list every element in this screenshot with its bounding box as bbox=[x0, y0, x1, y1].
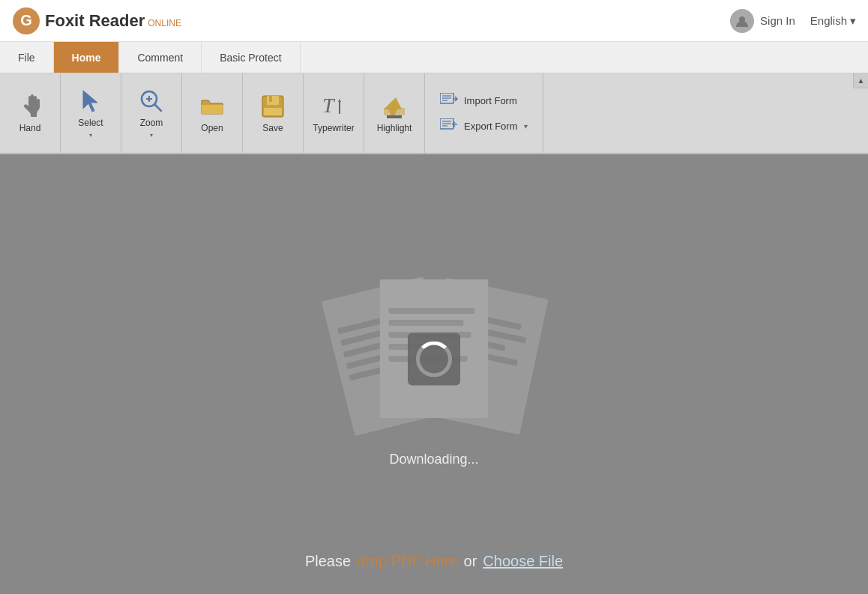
tab-file[interactable]: File bbox=[0, 42, 54, 73]
select-label: Select bbox=[78, 118, 103, 128]
or-text: or bbox=[464, 553, 477, 570]
svg-line-4 bbox=[154, 104, 161, 111]
toolbar: Hand Select ▾ Zoom ▾ bbox=[0, 73, 868, 154]
open-label: Open bbox=[201, 123, 223, 133]
language-label: English bbox=[810, 14, 847, 27]
export-form-dropdown-arrow: ▾ bbox=[524, 122, 528, 130]
logo: G Foxit ReaderONLINE bbox=[12, 7, 181, 35]
please-text: Please bbox=[305, 553, 351, 570]
svg-rect-36 bbox=[389, 320, 464, 326]
toolbar-collapse-button[interactable]: ▲ bbox=[853, 73, 868, 88]
toolbar-group-open: Open bbox=[182, 73, 243, 153]
header: G Foxit ReaderONLINE Sign In English ▾ bbox=[0, 0, 868, 42]
toolbar-group-zoom: Zoom ▾ bbox=[121, 73, 182, 153]
hand-label: Hand bbox=[19, 123, 41, 133]
toolbar-item-select[interactable]: Select ▾ bbox=[64, 80, 118, 146]
svg-rect-35 bbox=[389, 308, 475, 314]
toolbar-item-highlight[interactable]: Highlight bbox=[367, 80, 421, 146]
svg-text:T: T bbox=[322, 94, 336, 117]
foxit-logo-icon: G bbox=[12, 7, 40, 35]
avatar-icon bbox=[735, 13, 750, 28]
logo-text: Foxit ReaderONLINE bbox=[45, 11, 181, 31]
nav-tabs: File Home Comment Basic Protect bbox=[0, 42, 868, 73]
document-illustration bbox=[322, 279, 546, 444]
user-avatar bbox=[730, 9, 754, 33]
toolbar-item-save[interactable]: Save bbox=[246, 80, 300, 146]
import-form-icon bbox=[440, 93, 458, 108]
export-form-label: Export Form bbox=[464, 121, 518, 132]
language-selector[interactable]: English ▾ bbox=[810, 14, 856, 28]
toolbar-item-typewriter[interactable]: T Typewriter bbox=[307, 80, 361, 146]
toolbar-group-hand: Hand bbox=[0, 73, 61, 153]
toolbar-group-save: Save bbox=[243, 73, 304, 153]
highlight-label: Highlight bbox=[377, 123, 412, 133]
loading-spinner bbox=[408, 333, 460, 386]
svg-rect-10 bbox=[264, 108, 282, 115]
toolbar-group-typewriter: T Typewriter bbox=[304, 73, 364, 153]
toolbar-item-open[interactable]: Open bbox=[185, 80, 239, 146]
save-label: Save bbox=[262, 123, 283, 133]
drop-pdf-link[interactable]: drop PDF Here bbox=[357, 553, 458, 570]
hand-icon bbox=[16, 93, 43, 120]
sign-in-button[interactable]: Sign In bbox=[730, 9, 795, 33]
tab-comment[interactable]: Comment bbox=[119, 42, 202, 73]
drop-zone-text: Please drop PDF Here or Choose File bbox=[305, 553, 563, 570]
import-form-label: Import Form bbox=[464, 95, 517, 106]
tab-home[interactable]: Home bbox=[54, 42, 120, 73]
main-content: Downloading... Please drop PDF Here or C… bbox=[0, 154, 868, 593]
typewriter-icon: T bbox=[320, 93, 347, 120]
toolbar-item-export-form[interactable]: Export Form ▾ bbox=[434, 115, 534, 136]
toolbar-item-zoom[interactable]: Zoom ▾ bbox=[124, 80, 178, 146]
downloading-text: Downloading... bbox=[389, 452, 478, 467]
toolbar-group-form: Import Form Export Form ▾ bbox=[425, 73, 543, 153]
typewriter-label: Typewriter bbox=[313, 123, 354, 133]
select-dropdown-arrow: ▾ bbox=[89, 132, 92, 139]
open-icon bbox=[199, 93, 226, 120]
chevron-down-icon: ▾ bbox=[850, 14, 856, 28]
toolbar-item-import-form[interactable]: Import Form bbox=[434, 90, 534, 111]
highlight-icon bbox=[381, 93, 408, 120]
svg-rect-8 bbox=[267, 96, 279, 105]
zoom-dropdown-arrow: ▾ bbox=[150, 132, 153, 139]
zoom-icon bbox=[138, 88, 165, 115]
svg-text:G: G bbox=[20, 12, 32, 28]
svg-rect-9 bbox=[269, 96, 272, 102]
select-icon bbox=[77, 88, 104, 115]
sign-in-label: Sign In bbox=[760, 14, 795, 27]
toolbar-item-hand[interactable]: Hand bbox=[3, 80, 57, 146]
header-right: Sign In English ▾ bbox=[730, 9, 856, 33]
zoom-label: Zoom bbox=[140, 118, 163, 128]
save-icon bbox=[259, 93, 286, 120]
tab-basic-protect[interactable]: Basic Protect bbox=[202, 42, 300, 73]
choose-file-link[interactable]: Choose File bbox=[483, 553, 563, 570]
export-form-icon bbox=[440, 118, 458, 133]
svg-rect-14 bbox=[387, 115, 402, 118]
toolbar-group-highlight: Highlight bbox=[364, 73, 425, 153]
toolbar-group-select: Select ▾ bbox=[61, 73, 121, 153]
